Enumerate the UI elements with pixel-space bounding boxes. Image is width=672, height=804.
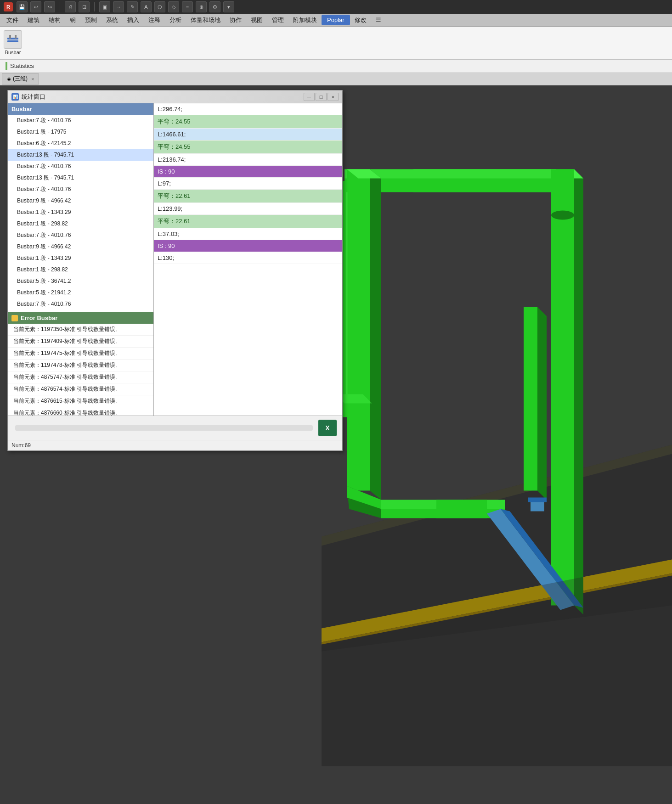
busbar-ribbon-icon[interactable] <box>4 30 22 49</box>
menu-file[interactable]: 文件 <box>2 14 23 26</box>
diamond-tool[interactable]: ◇ <box>168 1 179 12</box>
menu-massing[interactable]: 体量和场地 <box>186 14 225 26</box>
stats-indicator <box>6 62 7 70</box>
arrow-tool[interactable]: → <box>113 1 124 12</box>
error-item-3[interactable]: 当前元素：1197478-标准 引导线数量错误, <box>8 360 153 371</box>
menu-annotate[interactable]: 注释 <box>144 14 165 26</box>
dialog-minimize-btn[interactable]: ─ <box>304 93 315 101</box>
busbar-ribbon-label: Busbar <box>5 50 21 55</box>
svg-rect-2 <box>9 35 11 39</box>
busbar-item-0[interactable]: Busbar:7 段 - 4010.76 <box>8 115 153 126</box>
menu-analyze[interactable]: 分析 <box>165 14 186 26</box>
right-panel[interactable]: L:296.74; 平弯：24.55 L:1466.61; 平弯：24.55 L… <box>154 103 342 416</box>
busbar-item-6[interactable]: Busbar:7 段 - 4010.76 <box>8 184 153 195</box>
error-section-header: Error Busbar <box>8 312 153 324</box>
menu-collaborate[interactable]: 协作 <box>225 14 246 26</box>
busbar-item-15[interactable]: Busbar:5 段 - 21941.2 <box>8 287 153 298</box>
menu-poplar[interactable]: Poplar <box>322 15 350 25</box>
scrollbar[interactable] <box>15 425 313 431</box>
properties-tool[interactable]: ⊡ <box>79 1 90 12</box>
svg-marker-20 <box>370 169 381 500</box>
detail-item-9[interactable]: 平弯：22.61 <box>154 215 342 228</box>
svg-marker-32 <box>436 500 487 518</box>
tab-3d-close[interactable]: × <box>31 76 34 82</box>
detail-item-11[interactable]: IS : 90 <box>154 240 342 252</box>
busbar-item-4[interactable]: Busbar:7 段 - 4010.76 <box>8 161 153 172</box>
error-item-4[interactable]: 当前元素：4875747-标准 引导线数量错误, <box>8 371 153 383</box>
tab-3d-label: (三维) <box>13 75 28 83</box>
svg-rect-3 <box>15 35 17 39</box>
excel-export-btn[interactable]: X <box>318 420 337 436</box>
busbar-item-2[interactable]: Busbar:6 段 - 42145.2 <box>8 138 153 149</box>
menu-architecture[interactable]: 建筑 <box>23 14 44 26</box>
dialog-title-icon: 📊 <box>11 93 19 101</box>
menu-view[interactable]: 视图 <box>246 14 267 26</box>
menu-precast[interactable]: 预制 <box>80 14 102 26</box>
dialog-titlebar[interactable]: 📊 统计窗口 ─ □ × <box>8 90 342 103</box>
detail-item-8[interactable]: L:123.99; <box>154 203 342 215</box>
busbar-item-10[interactable]: Busbar:7 段 - 4010.76 <box>8 230 153 241</box>
save-tool[interactable]: 💾 <box>17 1 28 12</box>
busbar-item-3[interactable]: Busbar:13 段 - 7945.71 <box>8 149 153 161</box>
busbar-item-8[interactable]: Busbar:1 段 - 1343.29 <box>8 207 153 218</box>
busbar-item-9[interactable]: Busbar:1 段 - 298.82 <box>8 218 153 230</box>
detail-item-3[interactable]: 平弯：24.55 <box>154 141 342 154</box>
error-list-container[interactable]: 当前元素：1197350-标准 引导线数量错误, 当前元素：1197409-标准… <box>8 324 153 416</box>
detail-item-0[interactable]: L:296.74; <box>154 103 342 115</box>
svg-marker-19 <box>347 169 370 491</box>
menu-modify[interactable]: 修改 <box>350 14 371 26</box>
undo-tool[interactable]: ↩ <box>30 1 41 12</box>
gear-tool[interactable]: ⚙ <box>209 1 220 12</box>
num-status-bar: Num:69 <box>8 440 342 450</box>
busbar-list-container[interactable]: Busbar:7 段 - 4010.76 Busbar:1 段 - 17975 … <box>8 115 153 312</box>
menu-system[interactable]: 系统 <box>102 14 123 26</box>
error-item-0[interactable]: 当前元素：1197350-标准 引导线数量错误, <box>8 324 153 336</box>
print-tool[interactable]: 🖨 <box>65 1 76 12</box>
detail-item-7[interactable]: 平弯：22.61 <box>154 190 342 203</box>
detail-item-5[interactable]: IS : 90 <box>154 166 342 178</box>
menu-steel[interactable]: 钢 <box>65 14 80 26</box>
dialog-maximize-btn[interactable]: □ <box>316 93 327 101</box>
busbar-item-16[interactable]: Busbar:7 段 - 4010.76 <box>8 298 153 310</box>
busbar-item-5[interactable]: Busbar:13 段 - 7945.71 <box>8 172 153 184</box>
error-item-6[interactable]: 当前元素：4876615-标准 引导线数量错误, <box>8 395 153 407</box>
detail-item-4[interactable]: L:2136.74; <box>154 154 342 166</box>
hex-tool[interactable]: ⬡ <box>154 1 165 12</box>
tab-3d-icon: ◈ <box>7 76 11 82</box>
select-tool[interactable]: ▣ <box>99 1 110 12</box>
left-panel: Busbar Busbar:7 段 - 4010.76 Busbar:1 段 -… <box>8 103 154 416</box>
detail-item-2[interactable]: L:1466.61; <box>154 129 342 141</box>
svg-marker-28 <box>524 307 537 491</box>
add-tool[interactable]: ⊕ <box>196 1 207 12</box>
menu-addins[interactable]: 附加模块 <box>288 14 322 26</box>
error-item-2[interactable]: 当前元素：1197475-标准 引导线数量错误, <box>8 348 153 360</box>
menu-more[interactable]: ☰ <box>371 15 386 25</box>
busbar-item-11[interactable]: Busbar:9 段 - 4966.42 <box>8 241 153 253</box>
menu-manage[interactable]: 管理 <box>267 14 288 26</box>
busbar-section-header: Busbar <box>8 103 153 115</box>
error-item-1[interactable]: 当前元素：1197409-标准 引导线数量错误, <box>8 336 153 348</box>
busbar-item-7[interactable]: Busbar:9 段 - 4966.42 <box>8 195 153 207</box>
error-item-7[interactable]: 当前元素：4876660-标准 引导线数量错误, <box>8 407 153 416</box>
svg-rect-31 <box>528 498 547 502</box>
redo-tool[interactable]: ↪ <box>44 1 55 12</box>
pencil-tool[interactable]: ✎ <box>127 1 138 12</box>
busbar-item-1[interactable]: Busbar:1 段 - 17975 <box>8 126 153 138</box>
detail-item-6[interactable]: L:97; <box>154 178 342 190</box>
list-tool[interactable]: ≡ <box>182 1 193 12</box>
dialog-close-btn[interactable]: × <box>328 93 339 101</box>
busbar-item-13[interactable]: Busbar:1 段 - 298.82 <box>8 264 153 275</box>
menu-structure[interactable]: 结构 <box>44 14 65 26</box>
menu-insert[interactable]: 插入 <box>123 14 144 26</box>
app-icon: R <box>4 2 13 11</box>
detail-item-1[interactable]: 平弯：24.55 <box>154 115 342 129</box>
detail-item-10[interactable]: L:37.03; <box>154 228 342 240</box>
dropdown-tool[interactable]: ▾ <box>223 1 234 12</box>
dialog-title-text: 统计窗口 <box>22 93 303 101</box>
busbar-item-12[interactable]: Busbar:1 段 - 1343.29 <box>8 253 153 264</box>
detail-item-12[interactable]: L:130; <box>154 252 342 264</box>
tab-3d[interactable]: ◈ (三维) × <box>2 73 39 84</box>
busbar-item-14[interactable]: Busbar:5 段 - 36741.2 <box>8 275 153 287</box>
error-item-5[interactable]: 当前元素：4876574-标准 引导线数量错误, <box>8 383 153 395</box>
text-tool[interactable]: A <box>141 1 152 12</box>
